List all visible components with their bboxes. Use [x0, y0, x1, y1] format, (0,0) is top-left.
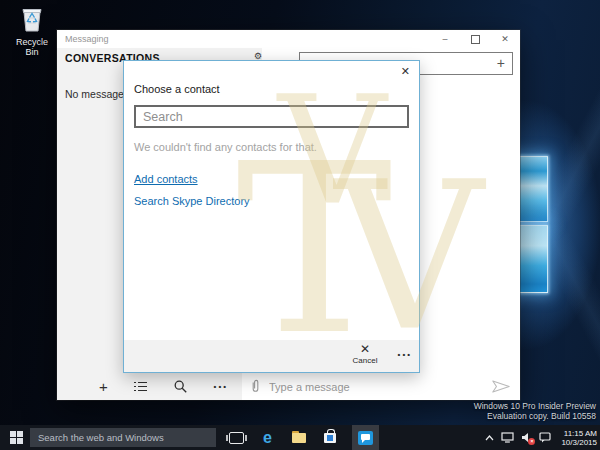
- maximize-button[interactable]: [460, 30, 490, 48]
- edge-button[interactable]: e: [259, 425, 276, 450]
- caption-buttons: – ✕: [430, 30, 520, 48]
- more-options-button[interactable]: •••: [214, 382, 228, 391]
- cancel-label: Cancel: [347, 356, 383, 365]
- minimize-icon: –: [442, 34, 447, 44]
- new-conversation-plus-icon[interactable]: +: [497, 55, 505, 71]
- minimize-button[interactable]: –: [430, 30, 460, 48]
- show-hidden-icons-chevron[interactable]: [485, 435, 494, 441]
- select-list-icon[interactable]: [134, 381, 147, 392]
- file-explorer-icon: [292, 433, 306, 443]
- maximize-icon: [471, 35, 480, 44]
- insider-build-watermark: Windows 10 Pro Insider Preview Evaluatio…: [474, 401, 596, 421]
- store-button[interactable]: [321, 425, 338, 450]
- volume-icon[interactable]: ×: [521, 432, 532, 443]
- start-button[interactable]: [6, 425, 26, 450]
- conversations-toolbar: + •••: [57, 373, 242, 400]
- clock-time: 11:15 AM: [561, 429, 597, 438]
- dialog-title: Choose a contact: [134, 83, 220, 95]
- cancel-x-icon: ✕: [347, 343, 383, 356]
- desktop: Recycle Bin Messaging – ✕ CONVERSATIONS …: [0, 0, 600, 450]
- system-tray: × 11:15 AM 10/3/2015: [485, 429, 600, 447]
- windows-logo-icon: [10, 431, 23, 444]
- volume-muted-badge: ×: [528, 438, 535, 445]
- close-button[interactable]: ✕: [490, 30, 520, 48]
- close-icon: ✕: [501, 34, 509, 44]
- no-contacts-message: We couldn't find any contacts for that.: [134, 141, 317, 153]
- message-input[interactable]: [267, 380, 484, 394]
- add-contacts-link[interactable]: Add contacts: [134, 173, 198, 185]
- edge-icon: e: [263, 430, 272, 446]
- no-messages-text: No messages: [65, 88, 129, 100]
- messaging-taskbar-button-active[interactable]: [352, 425, 379, 450]
- taskbar: e: [0, 425, 600, 450]
- search-skype-directory-link[interactable]: Search Skype Directory: [134, 195, 250, 207]
- task-view-icon: [229, 432, 244, 444]
- watermark-line-1: Windows 10 Pro Insider Preview: [474, 401, 596, 411]
- compose-message-row: [242, 373, 520, 400]
- window-title: Messaging: [65, 34, 109, 44]
- taskbar-clock[interactable]: 11:15 AM 10/3/2015: [561, 429, 597, 447]
- send-icon[interactable]: [491, 379, 511, 394]
- recycle-bin-label: Recycle Bin: [11, 37, 53, 57]
- watermark-line-2: Evaluation copy. Build 10558: [474, 411, 596, 421]
- taskbar-apps: e: [228, 425, 379, 450]
- recycle-bin-desktop-icon[interactable]: Recycle Bin: [11, 5, 53, 57]
- dialog-command-bar: ✕ Cancel •••: [124, 340, 419, 372]
- dialog-close-icon[interactable]: ✕: [401, 65, 410, 78]
- window-titlebar: Messaging – ✕: [57, 30, 520, 48]
- task-view-button[interactable]: [228, 425, 245, 450]
- network-icon[interactable]: [501, 432, 514, 443]
- store-icon: [324, 433, 336, 443]
- messaging-icon: [358, 431, 373, 445]
- cancel-button[interactable]: ✕ Cancel: [347, 343, 383, 365]
- new-chat-button[interactable]: +: [99, 379, 108, 394]
- attach-paperclip-icon[interactable]: [251, 379, 260, 394]
- dialog-more-button[interactable]: •••: [398, 350, 412, 359]
- choose-contact-dialog: ✕ Choose a contact We couldn't find any …: [123, 60, 420, 373]
- messaging-window: Messaging – ✕ CONVERSATIONS ⚙ No message…: [57, 30, 520, 400]
- search-icon[interactable]: [174, 380, 187, 393]
- contact-search-input[interactable]: [134, 105, 409, 128]
- taskbar-search-input[interactable]: [30, 432, 216, 443]
- taskbar-search-box[interactable]: [30, 428, 216, 447]
- recycle-bin-icon: [20, 5, 44, 32]
- file-explorer-button[interactable]: [290, 425, 307, 450]
- action-center-icon[interactable]: [539, 432, 551, 443]
- clock-date: 10/3/2015: [561, 438, 597, 447]
